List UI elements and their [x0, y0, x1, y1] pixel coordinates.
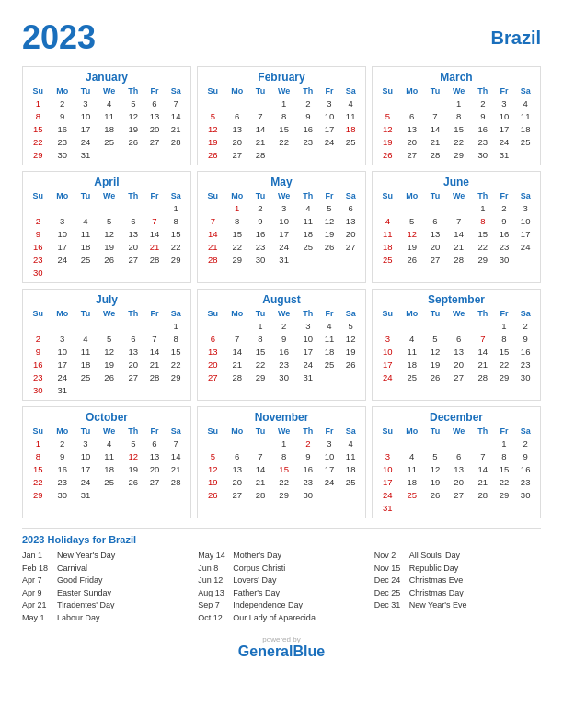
cal-day	[399, 201, 425, 214]
cal-day: 21	[165, 462, 187, 475]
holiday-item: Feb 18Carnival	[22, 563, 189, 575]
cal-day: 25	[319, 358, 340, 370]
day-header: Fr	[144, 85, 166, 97]
cal-day: 29	[250, 370, 271, 383]
cal-day: 26	[319, 240, 340, 253]
cal-day: 24	[270, 240, 297, 253]
holiday-item: Sep 7Independence Day	[198, 599, 364, 612]
day-header: Fr	[494, 308, 515, 319]
cal-day: 14	[201, 227, 224, 240]
day-header: Fr	[494, 426, 515, 437]
cal-day: 18	[399, 475, 425, 488]
cal-day: 16	[27, 240, 50, 253]
cal-day: 14	[472, 345, 494, 358]
brand-general: General	[238, 643, 293, 659]
day-header: Th	[472, 190, 494, 201]
year-title: 2023	[22, 18, 96, 57]
cal-day: 9	[27, 345, 50, 358]
holiday-item: Apr 7Good Friday	[22, 574, 189, 587]
cal-day: 31	[270, 253, 297, 266]
cal-day: 25	[75, 253, 97, 266]
day-header: Tu	[425, 308, 446, 319]
day-header: Th	[122, 308, 144, 319]
cal-day: 29	[270, 488, 297, 501]
cal-day: 4	[297, 201, 319, 214]
cal-day: 23	[297, 475, 319, 488]
cal-day: 20	[445, 475, 472, 488]
day-header: Sa	[339, 85, 362, 97]
cal-day	[27, 201, 50, 214]
cal-day: 7	[201, 214, 224, 227]
holiday-name: Father's Day	[233, 587, 280, 600]
cal-table: SuMoTuWeThFrSa12345678910111213141516171…	[376, 426, 536, 514]
cal-day: 19	[425, 358, 446, 370]
cal-day: 5	[122, 97, 144, 109]
cal-day: 30	[27, 383, 50, 396]
holiday-name: Independence Day	[233, 599, 303, 612]
cal-day: 24	[75, 135, 97, 148]
cal-day: 17	[297, 345, 319, 358]
cal-day: 12	[201, 122, 224, 135]
holiday-name: Good Friday	[57, 574, 103, 587]
cal-day: 22	[27, 475, 50, 488]
cal-day: 2	[297, 437, 319, 449]
cal-day: 10	[376, 345, 399, 358]
cal-day: 11	[96, 449, 122, 462]
day-header: Sa	[339, 308, 362, 319]
cal-day: 18	[75, 358, 97, 370]
cal-day: 8	[494, 332, 515, 345]
day-header: Tu	[250, 426, 271, 437]
cal-day: 6	[445, 449, 472, 462]
cal-day: 7	[472, 449, 494, 462]
cal-day: 28	[445, 253, 472, 266]
cal-day: 24	[376, 370, 399, 383]
cal-day: 21	[144, 358, 166, 370]
cal-day	[144, 383, 166, 396]
cal-day: 27	[122, 370, 144, 383]
country-title: Brazil	[491, 18, 541, 49]
day-header: Mo	[50, 426, 75, 437]
day-header: Sa	[165, 426, 187, 437]
day-header: Mo	[50, 308, 75, 319]
cal-day: 18	[376, 240, 399, 253]
holiday-item: Oct 12Our Lady of Aparecida	[198, 612, 364, 625]
brand-blue: Blue	[293, 643, 325, 659]
cal-day: 6	[224, 449, 250, 462]
cal-day: 17	[376, 475, 399, 488]
cal-day: 10	[376, 462, 399, 475]
cal-day: 17	[494, 122, 515, 135]
cal-day: 15	[165, 227, 187, 240]
holiday-date: Apr 21	[22, 599, 52, 612]
cal-day	[514, 253, 536, 266]
cal-day: 27	[144, 135, 166, 148]
cal-day: 23	[50, 135, 75, 148]
cal-day	[376, 97, 399, 109]
cal-day: 24	[319, 475, 340, 488]
cal-day: 12	[122, 109, 144, 122]
cal-day: 7	[144, 214, 166, 227]
day-header: Tu	[425, 426, 446, 437]
cal-day: 9	[494, 214, 515, 227]
cal-day	[122, 488, 144, 501]
cal-day: 1	[165, 201, 187, 214]
cal-day: 5	[122, 437, 144, 449]
holiday-name: Our Lady of Aparecida	[233, 612, 316, 625]
cal-day: 17	[376, 358, 399, 370]
cal-day: 12	[339, 332, 362, 345]
cal-day: 6	[399, 109, 425, 122]
cal-day: 11	[75, 227, 97, 240]
cal-day: 19	[339, 345, 362, 358]
cal-day: 9	[270, 332, 297, 345]
cal-day: 14	[144, 345, 166, 358]
cal-day: 16	[297, 122, 319, 135]
day-header: Th	[472, 426, 494, 437]
cal-day	[75, 383, 97, 396]
cal-day	[75, 201, 97, 214]
cal-day: 15	[27, 122, 50, 135]
day-header: Th	[297, 308, 319, 319]
cal-day	[224, 319, 250, 332]
cal-day: 16	[297, 462, 319, 475]
cal-day: 2	[250, 201, 271, 214]
cal-day: 7	[165, 97, 187, 109]
cal-day: 15	[445, 122, 472, 135]
